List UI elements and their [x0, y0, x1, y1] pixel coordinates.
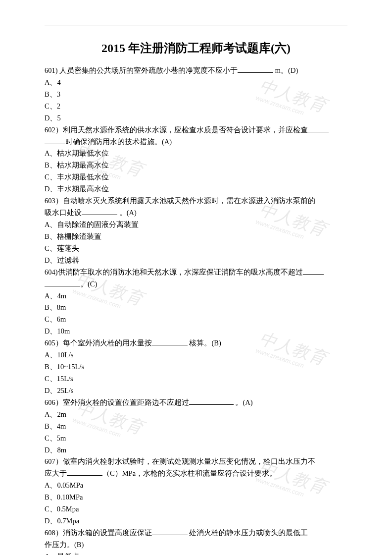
question-stem: 602）利用天然水源作系统的供水水源，应检查水质是否符合设计要求，并应检查: [45, 124, 347, 136]
question-stem: 603）自动喷水灭火系统利用露天水池或天然作水源时，需在水源进入消防水泵前的: [45, 195, 347, 207]
question-number: 602）: [45, 126, 63, 134]
question-option: C、2: [45, 101, 347, 112]
fill-blank: [189, 397, 234, 405]
fill-blank: [308, 125, 329, 132]
question-option: D、10m: [45, 326, 347, 337]
top-rule: [45, 25, 347, 25]
question-option: A、4: [45, 77, 347, 89]
question-number: 606）: [45, 398, 63, 406]
question-number: 603）: [45, 197, 63, 205]
question-option: B、枯水期最高水位: [45, 160, 347, 171]
fill-blank: [152, 528, 188, 535]
question-option: C、莲蓬头: [45, 243, 347, 255]
page-title: 2015 年注册消防工程师考试题库(六): [45, 40, 347, 56]
question-number: 607）: [45, 457, 63, 465]
question-stem-cont: 作压力。(B): [45, 539, 347, 551]
question-option: A、0.05MPa: [45, 480, 347, 492]
question-stem: 601) 人员密集的公共场所的室外疏散小巷的净宽度不应小于 m。(D): [45, 65, 347, 77]
question-stem: 608）消防水箱的设置高度应保证 处消火栓的静水压力或喷头的最低工: [45, 527, 347, 539]
fill-blank: [238, 65, 273, 73]
question-option: A、4m: [45, 290, 347, 302]
question-number: 601): [45, 66, 58, 74]
question-stem-cont: 吸水口处设 。(A): [45, 207, 347, 219]
question-stem: 605）每个室外消火栓的用水量按 核算。(B): [45, 337, 347, 349]
fill-blank: [45, 279, 80, 286]
question-option: B、10~15L/s: [45, 361, 347, 373]
question-option: B、格栅除渣装置: [45, 231, 347, 243]
question-number: 608）: [45, 529, 63, 537]
question-option: C、0.5Mpa: [45, 503, 347, 515]
question-option: A、2m: [45, 409, 347, 421]
question-stem-cont: 。(C): [45, 278, 347, 290]
question-option: B、4m: [45, 421, 347, 433]
question-option: C、6m: [45, 314, 347, 326]
question-option: C、5m: [45, 433, 347, 444]
question-option: A、枯水期最低水位: [45, 148, 347, 160]
question-option: D、丰水期最高水位: [45, 183, 347, 195]
fill-blank: [82, 208, 117, 215]
question-option: B、0.10MPa: [45, 492, 347, 503]
question-option: A、最低点: [45, 551, 347, 555]
fill-blank: [67, 469, 102, 476]
question-option: D、过滤器: [45, 255, 347, 267]
question-option: A、10L/s: [45, 349, 347, 361]
question-option: B、8m: [45, 302, 347, 314]
question-option: C、15L/s: [45, 373, 347, 385]
question-stem: 606）室外消火栓的设置位置距路边不应超过 。(A): [45, 397, 347, 409]
question-stem: 607）做室内消火栓射水试验时，在测试处观测水量水压变化情况，栓口出水压力不: [45, 456, 347, 468]
question-option: B、3: [45, 89, 347, 101]
question-stem-cont: 应大于（C）MPa，水枪的充实水柱和流量应符合设计要求。: [45, 468, 347, 480]
fill-blank: [45, 137, 65, 144]
question-option: D、5: [45, 112, 347, 124]
question-option: D、8m: [45, 444, 347, 456]
question-option: C、丰水期最低水位: [45, 171, 347, 183]
question-option: A、自动除渣的固液分离装置: [45, 219, 347, 231]
question-list: 601) 人员密集的公共场所的室外疏散小巷的净宽度不应小于 m。(D)A、4B、…: [45, 65, 347, 555]
question-number: 604): [45, 268, 58, 276]
question-option: D、0.7Mpa: [45, 515, 347, 527]
question-number: 605）: [45, 339, 63, 347]
document-page: 2015 年注册消防工程师考试题库(六) 601) 人员密集的公共场所的室外疏散…: [0, 0, 392, 555]
question-stem: 604)供消防车取水的消防水池和天然水源，水深应保证消防车的吸水高度不超过: [45, 267, 347, 278]
fill-blank: [152, 338, 188, 345]
question-stem-cont: 时确保消防用水的技术措施。(A): [45, 136, 347, 148]
question-option: D、25L/s: [45, 385, 347, 397]
fill-blank: [303, 267, 324, 275]
